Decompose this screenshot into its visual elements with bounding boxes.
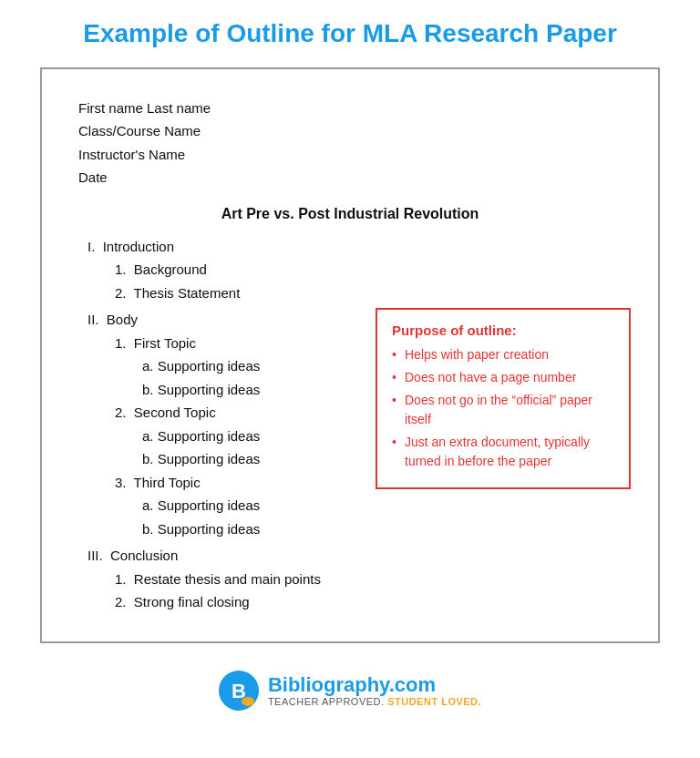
- section-3-item-2: 2. Strong final closing: [115, 590, 622, 614]
- paper-container: First name Last name Class/Course Name I…: [40, 67, 660, 643]
- section-2-name: Body: [107, 312, 138, 327]
- footer-tagline: TEACHER APPROVED. STUDENT LOVED.: [268, 696, 481, 707]
- section-3-name: Conclusion: [110, 548, 178, 563]
- section-1-label: I.: [88, 239, 103, 254]
- topic-3-sub-b: b. Supporting ideas: [142, 517, 622, 541]
- section-1-item-1: 1. Background: [115, 258, 622, 282]
- paper-header: First name Last name Class/Course Name I…: [78, 97, 622, 190]
- section-1-name: Introduction: [103, 239, 174, 254]
- svg-point-2: [242, 697, 254, 706]
- topic-3-sub-a: a. Supporting ideas: [142, 494, 622, 517]
- purpose-item-2: Does not have a page number: [392, 368, 614, 387]
- header-line3: Instructor's Name: [78, 143, 622, 167]
- bibliography-logo: B: [219, 671, 259, 711]
- header-line2: Class/Course Name: [78, 119, 622, 143]
- purpose-box: Purpose of outline: Helps with paper cre…: [376, 308, 631, 489]
- tagline-part1: TEACHER APPROVED.: [268, 696, 387, 707]
- footer-brand: Bibliography.com: [268, 674, 481, 696]
- section-2-label: II.: [88, 312, 107, 327]
- outline-section: I. Introduction 1. Background 2. Thesis …: [78, 235, 622, 614]
- purpose-item-3: Does not go in the “official” paper itse…: [392, 391, 614, 429]
- section-3: III. Conclusion: [88, 544, 622, 568]
- purpose-box-title: Purpose of outline:: [392, 323, 614, 338]
- header-line4: Date: [78, 166, 622, 190]
- footer: B Bibliography.com TEACHER APPROVED. STU…: [219, 671, 481, 711]
- section-3-item-1: 1. Restate thesis and main points: [115, 568, 622, 591]
- purpose-box-list: Helps with paper creation Does not have …: [392, 345, 614, 471]
- purpose-item-4: Just an extra document, typically turned…: [392, 433, 614, 471]
- paper-title-text: Art Pre vs. Post Industrial Revolution: [78, 206, 622, 222]
- purpose-item-1: Helps with paper creation: [392, 345, 614, 364]
- header-line1: First name Last name: [78, 97, 622, 120]
- section-1: I. Introduction: [88, 235, 622, 259]
- tagline-part2: STUDENT LOVED.: [387, 696, 481, 707]
- section-1-item-2: 2. Thesis Statement: [115, 282, 622, 305]
- page-title: Example of Outline for MLA Research Pape…: [83, 18, 617, 49]
- footer-text: Bibliography.com TEACHER APPROVED. STUDE…: [268, 674, 481, 707]
- section-3-label: III.: [88, 548, 110, 563]
